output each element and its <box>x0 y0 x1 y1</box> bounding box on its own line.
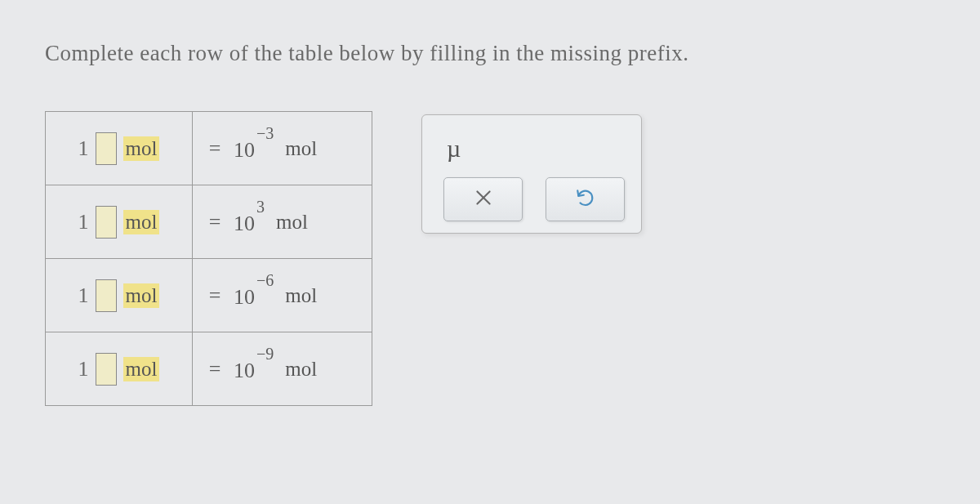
undo-icon <box>575 187 596 212</box>
table-row: 1 mol = 103 mol <box>46 185 372 259</box>
prefix-input-1[interactable] <box>96 132 117 165</box>
base-ten: 10−9 <box>234 355 274 383</box>
exponent: −9 <box>256 345 274 363</box>
prefix-table: 1 mol = 10−3 mol 1 m <box>45 111 372 406</box>
unit-label: mol <box>123 136 160 161</box>
coefficient: 1 <box>78 210 89 234</box>
unit-label: mol <box>123 283 160 308</box>
table-row: 1 mol = 10−6 mol <box>46 259 372 332</box>
unit-label-right: mol <box>276 211 308 234</box>
workspace: 1 mol = 10−3 mol 1 m <box>45 111 935 406</box>
exponent: 3 <box>256 198 265 216</box>
symbol-panel: µ <box>421 114 642 234</box>
prefix-input-2[interactable] <box>96 206 117 239</box>
unit-label: mol <box>123 357 160 381</box>
clear-button[interactable] <box>443 177 523 221</box>
coefficient: 1 <box>78 136 89 161</box>
prefix-input-3[interactable] <box>96 279 117 312</box>
coefficient: 1 <box>78 357 89 381</box>
question-text: Complete each row of the table below by … <box>45 41 935 66</box>
exponent: −3 <box>256 124 274 142</box>
unit-label-right: mol <box>285 284 317 307</box>
prefix-input-4[interactable] <box>96 353 117 386</box>
equals-sign: = <box>207 283 222 308</box>
unit-label: mol <box>123 210 160 234</box>
reset-button[interactable] <box>546 177 625 221</box>
table-row: 1 mol = 10−9 mol <box>46 332 372 406</box>
exponent: −6 <box>256 271 274 289</box>
equals-sign: = <box>207 136 222 161</box>
coefficient: 1 <box>78 283 89 308</box>
base-ten: 103 <box>234 207 265 236</box>
unit-label-right: mol <box>285 137 317 160</box>
close-icon <box>473 187 494 212</box>
unit-label-right: mol <box>285 358 317 381</box>
base-ten: 10−3 <box>234 134 274 163</box>
equals-sign: = <box>207 357 222 381</box>
mu-symbol-button[interactable]: µ <box>447 135 461 162</box>
base-ten: 10−6 <box>234 281 274 310</box>
table-row: 1 mol = 10−3 mol <box>46 112 372 185</box>
equals-sign: = <box>207 210 222 234</box>
